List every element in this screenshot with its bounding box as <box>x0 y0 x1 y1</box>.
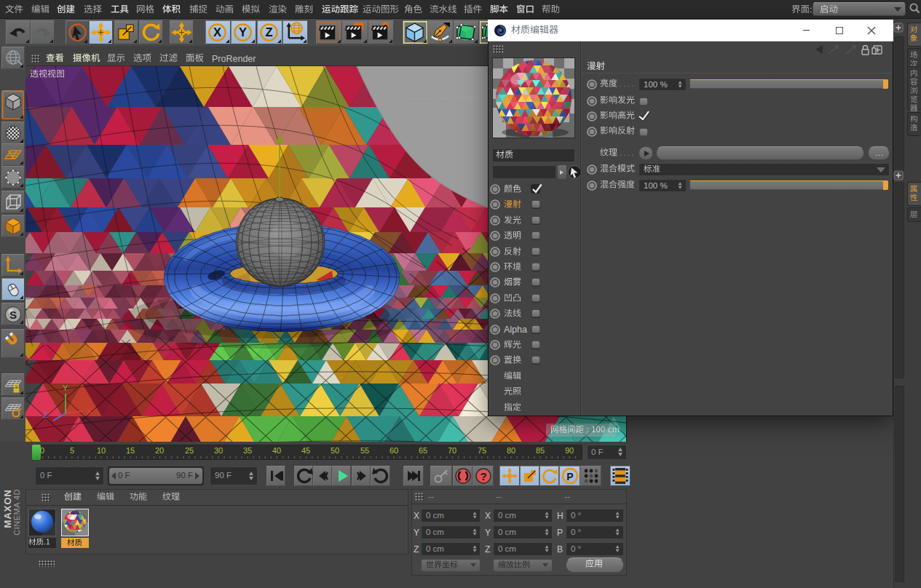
svg-text:S: S <box>9 309 17 321</box>
svg-text:Y: Y <box>239 25 247 39</box>
svg-text:X: X <box>87 407 92 416</box>
svg-text:Z: Z <box>265 25 272 39</box>
svg-text:X: X <box>213 25 221 39</box>
svg-text:Y: Y <box>63 384 68 392</box>
svg-text:Z: Z <box>43 410 48 419</box>
svg-text:?: ? <box>480 470 486 482</box>
svg-text:P: P <box>566 471 573 482</box>
